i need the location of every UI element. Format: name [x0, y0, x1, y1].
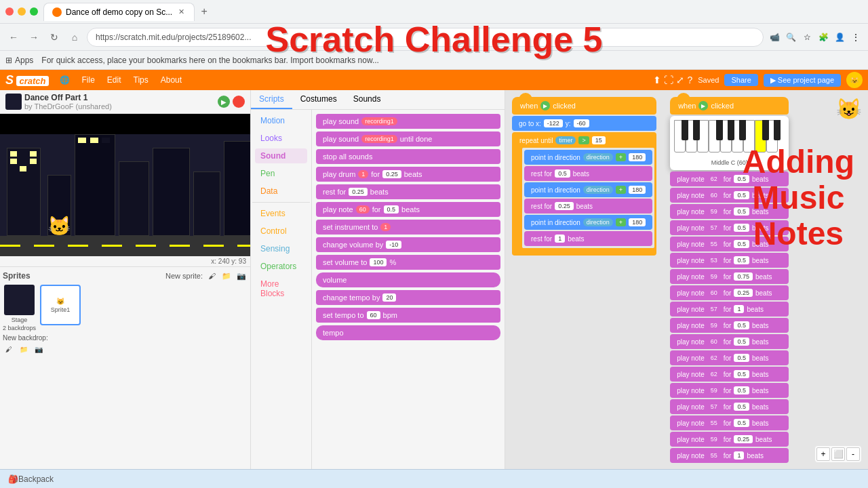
music-block-5[interactable]: play note 53 for 0.5 beats	[670, 253, 789, 268]
category-operators[interactable]: Operators	[255, 259, 307, 274]
user-avatar[interactable]: 😺	[846, 72, 863, 88]
menu-tips[interactable]: Tips	[128, 73, 154, 87]
key-ds2[interactable]	[774, 120, 781, 140]
expand-icon[interactable]: ⤢	[676, 75, 684, 85]
category-more[interactable]: More Blocks	[255, 277, 307, 301]
music-block-12[interactable]: play note 62 for 0.5 beats	[670, 367, 789, 382]
tab-costumes[interactable]: Costumes	[292, 90, 345, 109]
category-data[interactable]: Data	[255, 184, 307, 199]
tab-close-button[interactable]: ✕	[176, 7, 186, 17]
block-change-volume[interactable]: change volume by -10	[316, 237, 500, 252]
stop-button[interactable]	[233, 96, 245, 108]
key-fs[interactable]	[716, 120, 723, 140]
block-set-tempo[interactable]: set tempo to 60 bpm	[316, 308, 500, 323]
music-block-8[interactable]: play note 57 for 1 beats	[670, 302, 789, 317]
menu-globe[interactable]: 🌐	[54, 73, 75, 87]
menu-about[interactable]: About	[155, 73, 187, 87]
zoom-out-button[interactable]: -	[846, 447, 860, 461]
rest-block-1[interactable]: rest for 0.5 beats	[524, 166, 652, 181]
music-block-1[interactable]: play note 60 for 0.5 beats	[670, 188, 789, 203]
music-block-4[interactable]: play note 55 for 0.5 beats	[670, 237, 789, 251]
help-icon[interactable]: ?	[687, 75, 692, 85]
apps-link[interactable]: ⊞ Apps	[5, 56, 33, 65]
back-button[interactable]: ←	[5, 29, 22, 45]
paint-backdrop-button[interactable]: 🖌	[3, 343, 15, 355]
tab-sounds[interactable]: Sounds	[345, 90, 389, 109]
category-motion[interactable]: Motion	[255, 113, 307, 128]
when-flag-clicked-2[interactable]: when ▶ clicked	[670, 97, 789, 115]
point-direction-2[interactable]: point in direction direction + 180	[524, 182, 652, 197]
zoom-in-button[interactable]: +	[816, 447, 830, 461]
new-tab-button[interactable]: +	[195, 2, 214, 21]
key-cs[interactable]	[682, 120, 688, 140]
camera-sprite-button[interactable]: 📷	[235, 270, 248, 282]
profile-icon[interactable]: 👤	[833, 30, 846, 44]
sprite1-item[interactable]: 😺 Sprite1	[40, 285, 81, 325]
key-cs2[interactable]	[762, 120, 769, 140]
block-volume-reporter[interactable]: volume	[316, 272, 500, 287]
active-tab[interactable]: Dance off demo copy on Sc... ✕	[43, 3, 195, 21]
key-as[interactable]	[739, 120, 746, 140]
point-direction-1[interactable]: point in direction direction + 180	[524, 150, 652, 165]
block-play-drum[interactable]: play drum 1 for 0.25 beats	[316, 167, 500, 182]
zoom-reset-button[interactable]: ⬜	[831, 447, 845, 461]
music-block-2[interactable]: play note 59 for 0.5 beats	[670, 204, 789, 219]
star-icon[interactable]: ☆	[800, 30, 814, 44]
cast-icon[interactable]: 📹	[768, 30, 781, 44]
music-block-10[interactable]: play note 60 for 0.5 beats	[670, 334, 789, 349]
block-play-sound[interactable]: play sound recording1	[316, 114, 500, 129]
category-control[interactable]: Control	[255, 224, 307, 239]
see-project-button[interactable]: ▶ See project page	[764, 74, 841, 87]
address-bar[interactable]: https://scratch.mit.edu/projects/2518960…	[87, 28, 764, 47]
key-gs[interactable]	[728, 120, 734, 140]
point-direction-3[interactable]: point in direction direction + 180	[524, 215, 652, 230]
fullscreen-icon[interactable]: ⛶	[664, 75, 673, 85]
repeat-until-header[interactable]: repeat until timer > 15	[514, 134, 654, 146]
green-flag-button[interactable]: ▶	[218, 96, 230, 108]
share-icon[interactable]: ⬆	[653, 75, 661, 85]
music-block-7[interactable]: play note 60 for 0.25 beats	[670, 285, 789, 300]
import-sprite-button[interactable]: 📁	[220, 270, 233, 282]
music-block-0[interactable]: play note 62 for 0.5 beats	[670, 171, 789, 186]
block-tempo-reporter[interactable]: tempo	[316, 325, 500, 340]
menu-file[interactable]: File	[77, 73, 100, 87]
close-button[interactable]	[5, 7, 14, 16]
category-pen[interactable]: Pen	[255, 166, 307, 181]
category-looks[interactable]: Looks	[255, 131, 307, 146]
block-set-volume[interactable]: set volume to 100 %	[316, 255, 500, 270]
block-change-tempo[interactable]: change tempo by 20	[316, 290, 500, 305]
stage-item[interactable]: Stage 2 backdrops	[3, 285, 36, 331]
camera-backdrop-button[interactable]: 📷	[33, 343, 45, 355]
category-sound[interactable]: Sound	[255, 148, 307, 163]
music-block-3[interactable]: play note 57 for 0.5 beats	[670, 220, 789, 235]
minimize-button[interactable]	[18, 7, 26, 16]
block-stop-sounds[interactable]: stop all sounds	[316, 149, 500, 164]
block-play-sound-until-done[interactable]: play sound recording1 until done	[316, 131, 500, 146]
go-to-block[interactable]: go to x: -122 y: -60	[512, 116, 656, 131]
block-rest[interactable]: rest for 0.25 beats	[316, 184, 500, 199]
reload-button[interactable]: ↻	[46, 29, 62, 45]
block-play-note[interactable]: play note 60 for 0.5 beats	[316, 202, 500, 217]
forward-button[interactable]: →	[26, 29, 42, 45]
block-set-instrument[interactable]: set instrument to 1	[316, 220, 500, 235]
music-block-15[interactable]: play note 55 for 0.5 beats	[670, 415, 789, 430]
music-block-11[interactable]: play note 62 for 0.5 beats	[670, 350, 789, 365]
maximize-button[interactable]	[30, 7, 38, 16]
music-block-13[interactable]: play note 59 for 0.5 beats	[670, 383, 789, 398]
tab-scripts[interactable]: Scripts	[251, 90, 292, 109]
share-button[interactable]: Share	[724, 74, 757, 86]
paint-sprite-button[interactable]: 🖌	[205, 270, 218, 282]
music-block-17[interactable]: play note 55 for 1 beats	[670, 448, 789, 463]
key-ds[interactable]	[693, 120, 700, 140]
backpack-bar[interactable]: 🎒 Backpack	[0, 469, 868, 488]
rest-block-2[interactable]: rest for 0.25 beats	[524, 199, 652, 214]
category-sensing[interactable]: Sensing	[255, 241, 307, 256]
home-button[interactable]: ⌂	[66, 29, 83, 45]
menu-icon[interactable]: ⋮	[849, 30, 863, 44]
when-flag-clicked-1[interactable]: when ▶ clicked	[512, 97, 656, 115]
search-icon[interactable]: 🔍	[784, 30, 797, 44]
menu-edit[interactable]: Edit	[102, 73, 127, 87]
music-block-16[interactable]: play note 59 for 0.25 beats	[670, 432, 789, 447]
music-block-6[interactable]: play note 59 for 0.75 beats	[670, 269, 789, 284]
rest-block-3[interactable]: rest for 1 beats	[524, 231, 652, 246]
